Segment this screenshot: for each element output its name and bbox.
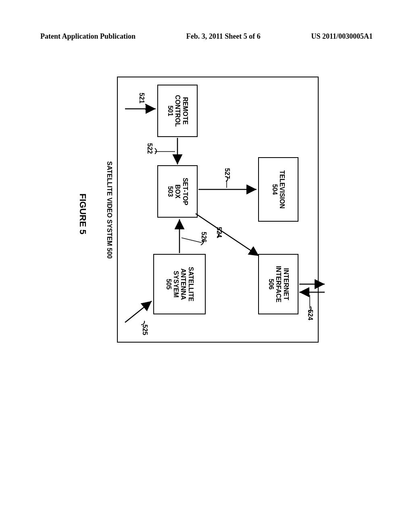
stb-line2: BOX	[174, 185, 181, 199]
figure-label: FIGURE 5	[77, 193, 88, 234]
remote-line2: CONTROL	[174, 95, 181, 127]
sat-line2: ANTENNA	[179, 268, 187, 300]
block-satellite-antenna: SATELLITE ANTENNA SYSYEM 505	[153, 254, 206, 314]
ref-526: 526	[200, 232, 207, 243]
block-set-top-box: SET-TOP BOX 503	[157, 165, 198, 218]
ref-527: 527	[223, 168, 231, 179]
ref-524b: 524	[307, 310, 314, 320]
sat-line3: SYSYEM	[172, 271, 179, 298]
inet-line2: INTERFACE	[275, 266, 282, 303]
ref-521: 521	[138, 93, 145, 104]
inet-line1: INTERNET	[282, 268, 289, 300]
inet-ref: 506	[267, 279, 274, 290]
tv-line1: TELEVISION	[278, 170, 286, 208]
header-left: Patent Application Publication	[40, 32, 136, 41]
block-internet-interface: INTERNET INTERFACE 506	[258, 254, 298, 314]
stb-line1: SET-TOP	[181, 178, 188, 205]
tv-ref: 504	[271, 184, 278, 195]
sat-line1: SATELLITE	[187, 267, 194, 301]
header-right: US 2011/0030005A1	[311, 32, 373, 41]
remote-ref: 501	[166, 106, 173, 116]
ref-524a: 524	[215, 227, 223, 238]
system-label: SATELLITE VIDEO SYSTEM 500	[106, 161, 113, 259]
diagram: REMOTE CONTROL 501 SET-TOP BOX 503 SATEL…	[73, 64, 331, 371]
stb-ref: 503	[166, 186, 173, 197]
sat-ref: 505	[165, 279, 172, 290]
ref-522: 522	[146, 143, 153, 154]
remote-line1: REMOTE	[181, 97, 188, 125]
page-header: Patent Application Publication Feb. 3, 2…	[0, 32, 413, 41]
ref-525: 525	[141, 324, 148, 335]
block-remote-control: REMOTE CONTROL 501	[157, 85, 198, 137]
header-center: Feb. 3, 2011 Sheet 5 of 6	[186, 32, 261, 41]
block-television: TELEVISION 504	[258, 157, 298, 222]
